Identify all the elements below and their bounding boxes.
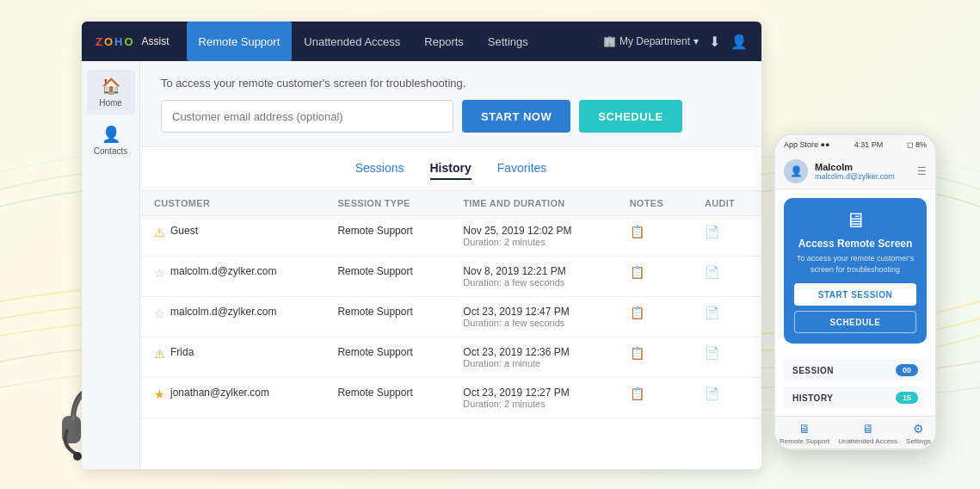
warning-icon: ⚠ [154,226,165,239]
phone-nav-remote-icon: 🖥 [798,422,811,436]
nav-reports[interactable]: Reports [412,22,476,61]
phone-schedule-button[interactable]: SCHEDULE [794,311,916,333]
tab-history[interactable]: History [430,161,472,180]
phone-menu-icon[interactable]: ☰ [917,165,927,177]
tabs-row: Sessions History Favorites [140,161,761,180]
notes-cell[interactable]: 📋 [616,216,691,257]
top-section: To access your remote customer's screen … [140,61,761,147]
sidebar-home-label: Home [99,98,122,108]
table-row: ★ jonathan@zylker.com Remote Support Oct… [140,378,761,418]
phone-card-title: Access Remote Screen [794,238,916,250]
department-selector[interactable]: 🏢 My Department ▾ [603,35,699,47]
notes-icon[interactable]: 📋 [630,346,644,360]
customer-cell: ⚠ Frida [140,337,324,378]
home-icon: 🏠 [102,77,120,96]
tab-favorites[interactable]: Favorites [497,161,547,180]
tab-sessions[interactable]: Sessions [355,161,404,180]
nav-remote-support[interactable]: Remote Support [187,22,293,61]
notes-icon[interactable]: 📋 [630,306,644,319]
phone-mockup: App Store ●● 4:31 PM ◻ 8% 👤 Malcolm malc… [774,133,937,450]
phone-nav-settings-label: Settings [906,437,931,445]
notes-icon[interactable]: 📋 [630,265,644,279]
sidebar-item-contacts[interactable]: 👤 Contacts [87,118,135,163]
phone-history-count: 15 [896,392,918,404]
session-type-cell: Remote Support [324,337,449,378]
time-cell: Oct 23, 2019 12:47 PM Duration: a few se… [449,297,615,337]
svg-point-2 [73,452,82,461]
nav-unattended-access[interactable]: Unattended Access [292,22,412,61]
audit-cell[interactable]: 📄 [691,257,761,297]
time-cell: Oct 23, 2019 12:27 PM Duration: 2 minute… [449,378,615,418]
customer-name: malcolm.d@zylker.com [170,265,277,277]
session-type-cell: Remote Support [324,257,449,297]
phone-nav-remote-label: Remote Support [780,437,829,445]
top-nav: Z O H O Assist Remote Support Unattended… [82,22,761,61]
phone-battery: ◻ 8% [907,140,927,149]
notes-icon[interactable]: 📋 [630,387,644,400]
customer-cell: ★ jonathan@zylker.com [140,378,324,418]
star-icon: ☆ [154,266,165,280]
audit-icon[interactable]: 📄 [705,225,719,238]
phone-start-session-button[interactable]: START SESSION [794,283,916,306]
customer-cell: ☆ malcolm.d@zylker.com [140,257,324,297]
contacts-icon: 👤 [102,125,120,144]
audit-icon[interactable]: 📄 [705,306,719,319]
customer-name: malcolm.d@zylker.com [170,306,277,318]
start-now-button[interactable]: START NOW [462,100,570,133]
customer-cell: ⚠ Guest [140,216,324,257]
customer-name: Frida [170,346,194,358]
table-row: ☆ malcolm.d@zylker.com Remote Support No… [140,257,761,297]
notes-icon[interactable]: 📋 [630,225,644,238]
phone-user-name: Malcolm [815,162,895,172]
audit-icon[interactable]: 📄 [705,387,719,400]
table-row: ☆ malcolm.d@zylker.com Remote Support Oc… [140,297,761,337]
phone-session-count: 00 [896,364,918,376]
phone-nav-settings[interactable]: ⚙ Settings [906,422,931,445]
nav-settings[interactable]: Settings [476,22,540,61]
notes-cell[interactable]: 📋 [616,378,691,418]
logo-assist-text: Assist [142,35,169,47]
phone-card-desc: To access your remote customer's screen … [794,253,916,275]
sidebar-item-home[interactable]: 🏠 Home [87,70,135,115]
download-icon[interactable]: ⬇ [709,34,720,50]
audit-icon[interactable]: 📄 [705,265,719,279]
phone-session-stat: SESSION 00 [784,359,927,381]
phone-session-label: SESSION [792,366,834,375]
phone-remote-screen-icon: 🖥 [794,208,916,232]
phone-nav-unattended-icon: 🖥 [862,422,874,436]
notes-cell[interactable]: 📋 [616,297,691,337]
session-type-cell: Remote Support [324,378,449,418]
audit-cell[interactable]: 📄 [691,378,761,418]
notes-cell[interactable]: 📋 [616,257,691,297]
phone-avatar: 👤 [784,159,808,183]
phone-main-card: 🖥 Access Remote Screen To access your re… [784,198,927,344]
email-input[interactable] [161,100,453,133]
table-section: Sessions History Favorites Customer Sess… [140,147,761,418]
audit-icon[interactable]: 📄 [705,346,719,360]
sidebar: 🏠 Home 👤 Contacts [82,61,140,469]
col-customer: Customer [140,191,324,216]
user-profile-icon[interactable]: 👤 [730,34,748,50]
star-icon: ☆ [154,306,165,320]
time-cell: Nov 25, 2019 12:02 PM Duration: 2 minute… [449,216,615,257]
history-table: Customer Session Type Time and Duration … [140,190,761,418]
audit-cell[interactable]: 📄 [691,216,761,257]
audit-cell[interactable]: 📄 [691,297,761,337]
action-row: START NOW SCHEDULE [161,100,741,133]
sidebar-contacts-label: Contacts [94,146,127,156]
phone-nav-unattended[interactable]: 🖥 Unattended Access [838,422,897,445]
audit-cell[interactable]: 📄 [691,337,761,378]
table-row: ⚠ Frida Remote Support Oct 23, 2019 12:3… [140,337,761,378]
phone-user-email: malcolm.d@zylker.com [815,172,895,181]
logo-area: Z O H O Assist [96,35,169,48]
phone-nav-unattended-label: Unattended Access [838,437,897,445]
schedule-button[interactable]: SCHEDULE [579,100,682,133]
phone-status-bar: App Store ●● 4:31 PM ◻ 8% [775,135,935,154]
phone-history-label: HISTORY [792,393,833,403]
phone-time: 4:31 PM [854,140,884,149]
notes-cell[interactable]: 📋 [616,337,691,378]
phone-stats: SESSION 00 HISTORY 15 [775,352,935,416]
phone-nav-remote-support[interactable]: 🖥 Remote Support [780,422,829,445]
phone-bottom-nav: 🖥 Remote Support 🖥 Unattended Access ⚙ S… [775,416,935,449]
customer-name: Guest [170,225,198,237]
